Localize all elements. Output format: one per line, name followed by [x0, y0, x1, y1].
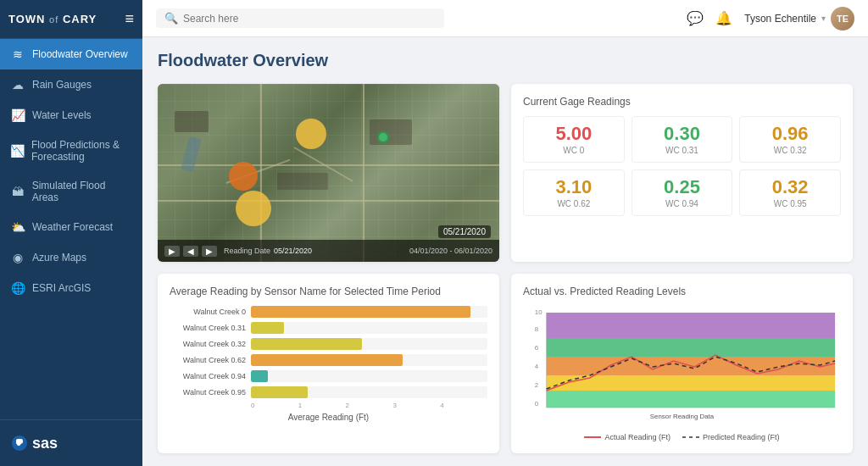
sidebar-item-weather-forecast[interactable]: ⛅ Weather Forecast: [0, 212, 142, 242]
map-road: [260, 84, 262, 262]
gage-item[interactable]: 0.96 WC 0.32: [739, 116, 841, 163]
sidebar-item-label: Simulated Flood Areas: [32, 180, 132, 203]
esri-icon: 🌐: [10, 281, 25, 295]
bar-fill: [251, 338, 362, 350]
gage-item[interactable]: 0.25 WC 0.94: [632, 169, 733, 216]
map-prev-button[interactable]: ◀: [183, 246, 198, 257]
topbar: 🔍 💬 🔔 Tyson Echentile ▾ TE: [142, 0, 868, 37]
sidebar-item-esri[interactable]: 🌐 ESRI ArcGIS: [0, 273, 142, 303]
flood-icon: 🏔: [10, 185, 25, 198]
gage-label: WC 0.32: [743, 146, 837, 155]
svg-text:4: 4: [535, 363, 539, 370]
bar-row: Walnut Creek 0: [170, 306, 487, 318]
bar-fill: [251, 306, 470, 318]
bar-chart-card: Average Reading by Sensor Name for Selec…: [158, 274, 499, 453]
hamburger-icon[interactable]: ≡: [125, 10, 134, 28]
line-chart-title: Actual vs. Predicted Reading Levels: [523, 286, 841, 297]
floodwater-icon: ≋: [10, 47, 25, 61]
user-avatar: TE: [831, 7, 854, 31]
svg-text:10: 10: [535, 308, 542, 316]
gage-value: 0.30: [636, 124, 729, 144]
notification-icon[interactable]: 🔔: [715, 10, 732, 26]
gage-readings-card: Current Gage Readings 5.00 WC 0 0.30 WC …: [511, 84, 853, 262]
sidebar-item-azure-maps[interactable]: ◉ Azure Maps: [0, 242, 142, 273]
legend-line-actual: [584, 436, 601, 438]
reading-date-value: 05/21/2020: [274, 247, 312, 255]
sidebar-item-simulated-flood[interactable]: 🏔 Simulated Flood Areas: [0, 171, 142, 212]
water-icon: 📈: [10, 108, 25, 122]
sidebar-item-flood-predictions[interactable]: 📉 Flood Predictions & Forecasting: [0, 130, 142, 171]
sidebar-item-floodwater-overview[interactable]: ≋ Floodwater Overview: [0, 39, 142, 69]
legend-label-predicted: Predicted Reading (Ft): [703, 433, 780, 441]
sidebar-item-label: Flood Predictions & Forecasting: [31, 139, 132, 163]
chat-icon[interactable]: 💬: [687, 10, 704, 26]
bar-row: Walnut Creek 0.95: [170, 386, 487, 398]
svg-text:Sensor Reading Data: Sensor Reading Data: [650, 413, 715, 420]
line-chart-card: Actual vs. Predicted Reading Levels 10 8…: [511, 274, 853, 453]
x-tick: 3: [392, 402, 440, 409]
azure-icon: ◉: [10, 251, 25, 264]
sidebar-item-rain-gauges[interactable]: ☁ Rain Gauges: [0, 69, 142, 100]
bar-track: [251, 370, 487, 382]
map-sensor-dot[interactable]: [229, 162, 258, 191]
map-card: 05/21/2020 ▶ ◀ ▶ Reading Date 05/21/2020…: [158, 84, 499, 262]
gage-label: WC 0.62: [527, 199, 620, 208]
bar-chart-title: Average Reading by Sensor Name for Selec…: [170, 286, 487, 297]
bar-fill: [251, 386, 308, 398]
bar-label: Walnut Creek 0.32: [170, 340, 246, 348]
gage-item[interactable]: 5.00 WC 0: [523, 116, 625, 163]
gage-item[interactable]: 3.10 WC 0.62: [523, 169, 625, 216]
map-play-button[interactable]: ▶: [164, 246, 180, 257]
bar-label: Walnut Creek 0.94: [170, 372, 246, 380]
sidebar-item-label: Floodwater Overview: [32, 48, 128, 60]
legend-label-actual: Actual Reading (Ft): [604, 433, 670, 441]
bar-fill: [251, 354, 403, 366]
bar-label: Walnut Creek 0.31: [170, 324, 246, 332]
search-container[interactable]: 🔍: [156, 8, 444, 28]
map-road: [363, 84, 364, 262]
bar-label: Walnut Creek 0: [170, 308, 246, 316]
bar-label: Walnut Creek 0.95: [170, 388, 246, 397]
bar-chart-area: Walnut Creek 0 Walnut Creek 0.31 Walnut …: [170, 306, 487, 398]
bar-track: [251, 322, 487, 334]
chart-legend: Actual Reading (Ft) Predicted Reading (F…: [523, 433, 841, 441]
sidebar-header: TOWN of CARY ≡: [0, 0, 142, 39]
gage-item[interactable]: 0.30 WC 0.31: [632, 116, 733, 163]
map-sensor-dot[interactable]: [296, 119, 326, 149]
gage-item[interactable]: 0.32 WC 0.95: [739, 169, 841, 216]
svg-rect-7: [547, 338, 835, 357]
sidebar-item-label: ESRI ArcGIS: [32, 282, 91, 294]
x-axis: 0 1 2 3 4: [251, 402, 487, 409]
map-background: 05/21/2020 ▶ ◀ ▶ Reading Date 05/21/2020…: [158, 84, 499, 262]
bar-label: Walnut Creek 0.62: [170, 356, 246, 364]
bar-row: Walnut Creek 0.31: [170, 322, 487, 334]
map-sensor-dot[interactable]: [236, 191, 271, 226]
chevron-down-icon: ▾: [821, 14, 826, 23]
gage-value: 3.10: [527, 177, 620, 197]
map-controls: ▶ ◀ ▶ Reading Date 05/21/2020 04/01/2020…: [158, 240, 499, 262]
legend-actual: Actual Reading (Ft): [584, 433, 670, 441]
svg-text:8: 8: [535, 325, 539, 333]
map-sensor-dot[interactable]: [377, 131, 389, 143]
x-tick: 4: [440, 402, 487, 409]
search-input[interactable]: [183, 13, 436, 25]
gage-label: WC 0: [527, 146, 620, 155]
user-name: Tyson Echentile: [744, 13, 816, 25]
map-building: [175, 111, 209, 132]
user-info[interactable]: Tyson Echentile ▾ TE: [744, 7, 854, 31]
bar-row: Walnut Creek 0.32: [170, 338, 487, 350]
x-tick: 0: [251, 402, 298, 409]
svg-rect-6: [547, 313, 835, 338]
gage-label: WC 0.95: [743, 199, 837, 208]
gage-value: 0.25: [636, 177, 729, 197]
bar-track: [251, 306, 487, 318]
map-next-button[interactable]: ▶: [202, 246, 217, 257]
dashboard-grid: 05/21/2020 ▶ ◀ ▶ Reading Date 05/21/2020…: [158, 84, 853, 453]
svg-rect-10: [547, 391, 835, 408]
sidebar-item-label: Rain Gauges: [32, 79, 92, 91]
bar-fill: [251, 322, 284, 334]
svg-text:6: 6: [535, 344, 539, 352]
legend-predicted: Predicted Reading (Ft): [682, 433, 780, 441]
sidebar-item-water-levels[interactable]: 📈 Water Levels: [0, 100, 142, 130]
bar-row: Walnut Creek 0.94: [170, 370, 487, 382]
